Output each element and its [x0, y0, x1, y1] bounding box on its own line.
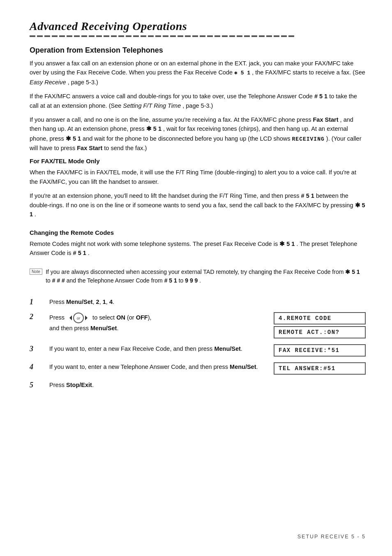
step-1: 1 Press Menu/Set, 2, 1, 4.	[30, 297, 366, 306]
changing-heading: Changing the Remote Codes	[30, 229, 366, 236]
svg-text:or: or	[77, 316, 81, 320]
step-2-number: 2	[30, 312, 49, 321]
main-section-heading: Operation from Extension Telephones	[30, 46, 366, 55]
fax-tel-heading: For FAX/TEL Mode Only	[30, 158, 366, 164]
step-5: 5 Press Stop/Exit.	[30, 380, 366, 389]
fax-tel-para1: When the FAX/MFC is in FAX/TEL mode, it …	[30, 168, 366, 186]
note-label: Note	[30, 269, 42, 275]
svg-marker-3	[85, 315, 88, 320]
step-1-number: 1	[30, 297, 49, 306]
step-3-number: 3	[30, 344, 49, 353]
step-3-lcd: FAX RECEIVE:*51	[274, 344, 366, 357]
step-4-content: If you want to, enter a new Telephone An…	[49, 362, 267, 371]
step-4-lcd: TEL ANSWER:#51	[274, 362, 366, 375]
svg-marker-0	[69, 315, 72, 320]
lcd-tel-answer: TEL ANSWER:#51	[274, 362, 366, 375]
step-3: 3 If you want to, enter a new Fax Receiv…	[30, 344, 366, 357]
paragraph-2: If the FAX/MFC answers a voice call and …	[30, 92, 366, 110]
title-rule	[30, 35, 366, 37]
page-title: Advanced Receiving Operations	[30, 20, 366, 33]
step-4: 4 If you want to, enter a new Telephone …	[30, 362, 366, 375]
note-text: If you are always disconnected when acce…	[46, 268, 366, 285]
step-2: 2 Press or to select ON (or OFF), and th…	[30, 312, 366, 338]
step-5-number: 5	[30, 380, 49, 389]
changing-para: Remote Codes might not work with some te…	[30, 239, 366, 258]
note-block: Note If you are always disconnected when…	[30, 268, 366, 290]
step-2-lcd: 4.REMOTE CODE REMOTE ACT.:ON?	[274, 312, 366, 338]
steps-container: 1 Press Menu/Set, 2, 1, 4. 2 Press or to…	[30, 297, 366, 390]
step-3-content: If you want to, enter a new Fax Receive …	[49, 344, 267, 353]
lcd-fax-receive: FAX RECEIVE:*51	[274, 344, 366, 357]
fax-tel-para2: If you're at an extension phone, you'll …	[30, 191, 366, 219]
step-1-content: Press Menu/Set, 2, 1, 4.	[49, 297, 366, 306]
lcd-remote-act: REMOTE ACT.:ON?	[274, 326, 366, 338]
paragraph-3: If you answer a call, and no one is on t…	[30, 115, 366, 153]
paragraph-1: If you answer a fax call on an extension…	[30, 59, 366, 87]
step-5-content: Press Stop/Exit.	[49, 380, 366, 389]
page-footer: SETUP RECEIVE 5 - 5	[297, 534, 366, 540]
dial-icon: or	[68, 312, 89, 324]
step-4-number: 4	[30, 362, 49, 371]
lcd-remote-code: 4.REMOTE CODE	[274, 312, 366, 324]
step-2-content: Press or to select ON (or OFF), and then…	[49, 312, 267, 333]
